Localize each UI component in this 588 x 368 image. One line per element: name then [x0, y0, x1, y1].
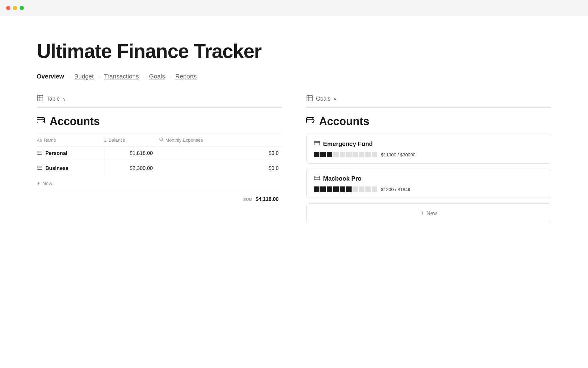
emergency-fund-icon: [314, 141, 320, 147]
main-content: Ultimate Finance Tracker Overview · Budg…: [0, 16, 588, 242]
progress-block: [333, 186, 339, 192]
progress-block: [314, 152, 319, 157]
svg-rect-12: [307, 95, 312, 101]
close-button[interactable]: [6, 6, 10, 10]
progress-block: [372, 152, 377, 157]
expenses-col-icon: [159, 137, 164, 143]
right-panel: Goals ∨ Accounts: [306, 95, 551, 223]
progress-block: [365, 152, 371, 157]
macbook-pro-name: Macbook Pro: [323, 175, 362, 182]
goals-section-header[interactable]: Goals ∨: [306, 95, 551, 108]
business-expenses-cell: $0.0: [159, 161, 282, 176]
business-name: Business: [45, 165, 69, 171]
balance-col-icon: Σ: [104, 138, 107, 143]
right-accounts-heading: Accounts: [306, 115, 551, 128]
add-new-row[interactable]: + New: [37, 176, 282, 191]
tab-transactions[interactable]: Transactions: [104, 73, 139, 80]
business-balance-cell: $2,300.00: [104, 161, 159, 176]
left-accounts-icon: [37, 117, 46, 127]
svg-rect-8: [37, 151, 42, 155]
tab-overview[interactable]: Overview: [37, 73, 64, 80]
personal-name: Personal: [45, 150, 67, 156]
progress-block: [352, 152, 358, 157]
balance-col-label: Balance: [109, 137, 125, 143]
svg-rect-0: [37, 95, 43, 101]
macbook-pro-icon: [314, 175, 320, 182]
svg-rect-20: [314, 176, 320, 180]
col-header-name: Aa Name: [37, 137, 104, 143]
nav-sep-4: ·: [169, 73, 171, 80]
progress-block: [327, 186, 332, 192]
col-header-balance: Σ Balance: [104, 137, 159, 143]
minimize-button[interactable]: [13, 6, 17, 10]
progress-block: [359, 186, 364, 192]
tab-reports[interactable]: Reports: [175, 73, 197, 80]
progress-block: [346, 186, 352, 192]
left-accounts-title: Accounts: [50, 115, 100, 128]
progress-block: [365, 186, 371, 192]
macbook-pro-title-row: Macbook Pro: [314, 175, 544, 182]
personal-expenses-cell: $0.0: [159, 146, 282, 161]
tab-goals[interactable]: Goals: [149, 73, 165, 80]
right-accounts-icon: [306, 117, 315, 127]
table-label: Table: [47, 96, 60, 102]
progress-block: [372, 186, 377, 192]
add-new-label: New: [43, 181, 52, 186]
emergency-fund-bar: [314, 152, 377, 157]
tab-budget[interactable]: Budget: [74, 73, 94, 80]
table-chevron: ∨: [63, 97, 66, 102]
table-col-headers: Aa Name Σ Balance: [37, 134, 282, 146]
emergency-fund-name: Emergency Fund: [323, 140, 373, 148]
emergency-fund-progress: $11000 / $30000: [314, 152, 544, 157]
name-col-label: Name: [44, 137, 56, 143]
progress-block: [340, 152, 345, 157]
nav-sep-3: ·: [143, 73, 145, 80]
goals-cards: Emergency Fund $11000 / $30000: [306, 134, 551, 223]
add-new-goal-card[interactable]: + New: [306, 203, 551, 223]
accounts-table: Aa Name Σ Balance: [37, 134, 282, 207]
progress-block: [333, 152, 339, 157]
emergency-fund-title-row: Emergency Fund: [314, 140, 544, 148]
progress-block: [327, 152, 332, 157]
svg-rect-10: [37, 166, 42, 170]
progress-block: [346, 152, 352, 157]
svg-line-7: [162, 140, 163, 141]
progress-block: [359, 152, 364, 157]
progress-block: [320, 152, 326, 157]
table-section-header[interactable]: Table ∨: [37, 95, 282, 108]
svg-rect-18: [314, 141, 320, 145]
goals-table-icon: [306, 95, 313, 103]
left-panel: Table ∨ Accounts Aa: [37, 95, 282, 207]
goal-card-emergency-fund[interactable]: Emergency Fund $11000 / $30000: [306, 134, 551, 164]
personal-balance-cell: $1,818.00: [104, 146, 159, 161]
add-goal-label: New: [427, 210, 437, 217]
left-accounts-heading: Accounts: [37, 115, 282, 128]
maximize-button[interactable]: [20, 6, 24, 10]
table-icon: [37, 95, 43, 103]
macbook-pro-progress: $1200 / $1849: [314, 186, 544, 192]
nav-sep-1: ·: [68, 73, 70, 80]
business-name-cell: Business: [37, 161, 104, 176]
expenses-col-label: Monthly Expenses: [165, 137, 203, 143]
goal-card-macbook-pro[interactable]: Macbook Pro $1200 / $1849: [306, 169, 551, 198]
titlebar: [0, 0, 588, 16]
add-goal-plus-icon: +: [420, 210, 424, 217]
add-new-plus-icon: +: [37, 180, 40, 187]
macbook-pro-bar: [314, 186, 377, 192]
emergency-fund-amount: $11000 / $30000: [381, 152, 416, 157]
business-row-icon: [37, 166, 42, 171]
progress-block: [340, 186, 345, 192]
table-row[interactable]: Business $2,300.00 $0.0: [37, 161, 282, 176]
name-col-icon: Aa: [37, 138, 42, 143]
col-header-expenses: Monthly Expenses: [159, 137, 282, 143]
page-title: Ultimate Finance Tracker: [37, 40, 551, 62]
nav-tabs: Overview · Budget · Transactions · Goals…: [37, 73, 551, 80]
nav-sep-2: ·: [98, 73, 100, 80]
personal-row-icon: [37, 151, 42, 156]
progress-block: [320, 186, 326, 192]
progress-block: [314, 186, 319, 192]
goals-chevron: ∨: [334, 97, 337, 102]
table-row[interactable]: Personal $1,818.00 $0.0: [37, 146, 282, 161]
progress-block: [352, 186, 358, 192]
goals-label: Goals: [316, 96, 330, 102]
